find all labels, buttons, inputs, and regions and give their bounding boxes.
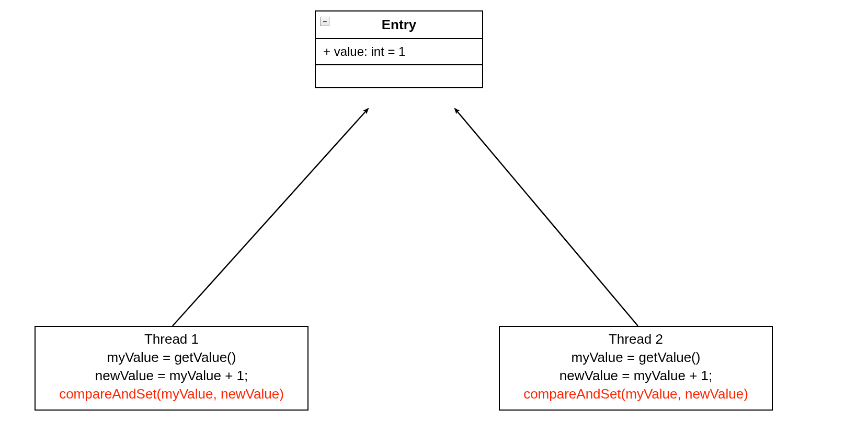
class-name: Entry: [382, 17, 416, 32]
thread1-title: Thread 1: [44, 331, 299, 347]
thread1-box: Thread 1 myValue = getValue() newValue =…: [35, 326, 309, 411]
arrow-thread2-to-entry: [455, 109, 638, 326]
thread1-line2: newValue = myValue + 1;: [44, 367, 299, 385]
thread2-box: Thread 2 myValue = getValue() newValue =…: [499, 326, 773, 411]
thread2-line1: myValue = getValue(): [508, 348, 763, 367]
arrow-thread1-to-entry: [173, 109, 368, 326]
attribute-line: + value: int = 1: [323, 44, 405, 59]
thread2-title: Thread 2: [508, 331, 763, 347]
uml-class-methods: [316, 65, 482, 87]
thread2-line3: compareAndSet(myValue, newValue): [508, 385, 763, 403]
uml-class-entry: − Entry + value: int = 1: [315, 10, 483, 88]
uml-class-attributes: + value: int = 1: [316, 39, 482, 65]
collapse-icon: −: [320, 17, 329, 26]
thread2-line2: newValue = myValue + 1;: [508, 367, 763, 385]
thread1-line1: myValue = getValue(): [44, 348, 299, 367]
uml-class-header: − Entry: [316, 11, 482, 39]
thread1-line3: compareAndSet(myValue, newValue): [44, 385, 299, 403]
